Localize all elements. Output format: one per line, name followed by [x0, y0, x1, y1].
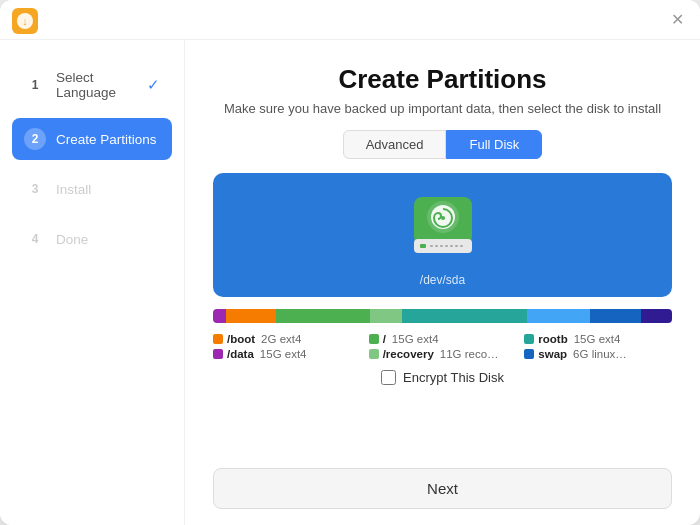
legend-item: rootb 15G ext4 — [524, 333, 672, 345]
svg-rect-13 — [450, 245, 453, 247]
app-icon: ↓ — [12, 8, 38, 34]
legend-meta: 2G ext4 — [261, 333, 301, 345]
disk-label: /dev/sda — [420, 273, 465, 287]
legend-dot — [524, 334, 534, 344]
legend-item: swap 6G linux… — [524, 348, 672, 360]
close-button[interactable]: ✕ — [668, 11, 686, 29]
next-button[interactable]: Next — [213, 468, 672, 509]
installer-window: ↓ ✕ 1 Select Language ✓ 2 Create Partiti… — [0, 0, 700, 525]
sidebar: 1 Select Language ✓ 2 Create Partitions … — [0, 40, 185, 525]
svg-rect-11 — [440, 245, 443, 247]
legend-name: /recovery — [383, 348, 434, 360]
svg-rect-12 — [445, 245, 448, 247]
legend-name: rootb — [538, 333, 567, 345]
tab-full-disk[interactable]: Full Disk — [446, 130, 542, 159]
sidebar-item-done: 4 Done — [12, 218, 172, 260]
legend-meta: 15G ext4 — [392, 333, 439, 345]
legend-name: / — [383, 333, 386, 345]
legend-item: / 15G ext4 — [369, 333, 517, 345]
legend-meta: 15G ext4 — [260, 348, 307, 360]
step-label-1: Select Language — [56, 70, 137, 100]
svg-text:↓: ↓ — [22, 15, 28, 27]
step-number-3: 3 — [24, 178, 46, 200]
disk-area: /dev/sda — [213, 173, 672, 297]
partition-bar — [213, 309, 672, 323]
svg-rect-8 — [420, 244, 426, 248]
step-label-3: Install — [56, 182, 91, 197]
content-area: 1 Select Language ✓ 2 Create Partitions … — [0, 40, 700, 525]
step-number-4: 4 — [24, 228, 46, 250]
legend-meta: 6G linux… — [573, 348, 627, 360]
sidebar-item-select-language[interactable]: 1 Select Language ✓ — [12, 60, 172, 110]
legend-name: /boot — [227, 333, 255, 345]
check-icon: ✓ — [147, 76, 160, 94]
legend-item: /boot 2G ext4 — [213, 333, 361, 345]
sidebar-item-create-partitions[interactable]: 2 Create Partitions — [12, 118, 172, 160]
tab-row: Advanced Full Disk — [213, 130, 672, 159]
svg-rect-15 — [460, 245, 463, 247]
legend-item: /recovery 11G reco… — [369, 348, 517, 360]
legend-name: swap — [538, 348, 567, 360]
step-number-1: 1 — [24, 74, 46, 96]
legend-dot — [524, 349, 534, 359]
title-bar: ↓ ✕ — [0, 0, 700, 40]
encrypt-row: Encrypt This Disk — [213, 370, 672, 385]
legend-dot — [369, 349, 379, 359]
legend-meta: 11G reco… — [440, 348, 499, 360]
legend-name: /data — [227, 348, 254, 360]
main-content: Create Partitions Make sure you have bac… — [185, 40, 700, 525]
sidebar-item-install: 3 Install — [12, 168, 172, 210]
page-title: Create Partitions — [213, 64, 672, 95]
disk-icon-wrap — [402, 187, 484, 269]
encrypt-checkbox[interactable] — [381, 370, 396, 385]
disk-icon — [404, 189, 482, 267]
svg-rect-14 — [455, 245, 458, 247]
step-label-2: Create Partitions — [56, 132, 157, 147]
legend-dot — [213, 334, 223, 344]
legend-dot — [369, 334, 379, 344]
svg-rect-10 — [435, 245, 438, 247]
svg-rect-9 — [430, 245, 433, 247]
legend-item: /data 15G ext4 — [213, 348, 361, 360]
partition-legend: /boot 2G ext4 / 15G ext4 rootb 15G ext4 … — [213, 333, 672, 360]
tab-advanced[interactable]: Advanced — [343, 130, 447, 159]
encrypt-label[interactable]: Encrypt This Disk — [403, 370, 504, 385]
legend-dot — [213, 349, 223, 359]
svg-point-6 — [441, 216, 445, 220]
step-label-4: Done — [56, 232, 88, 247]
legend-meta: 15G ext4 — [574, 333, 621, 345]
page-subtitle: Make sure you have backed up important d… — [213, 101, 672, 116]
step-number-2: 2 — [24, 128, 46, 150]
